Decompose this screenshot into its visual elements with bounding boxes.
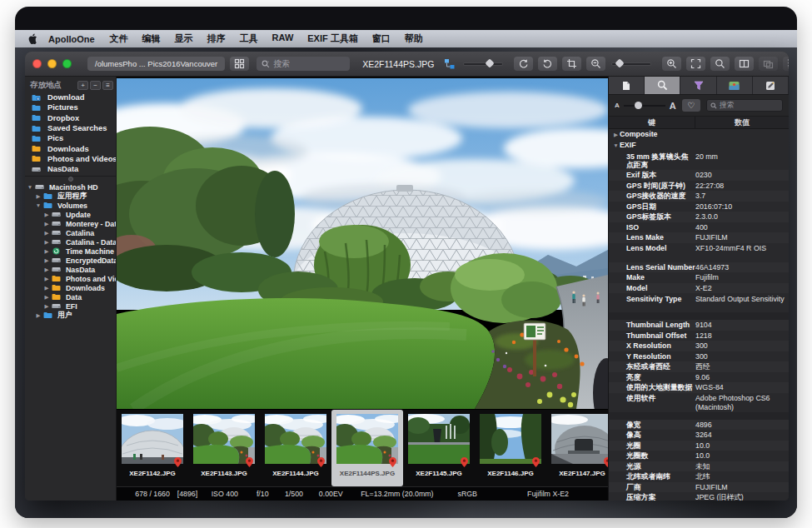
metadata-section-exif[interactable]: ▼EXIF — [609, 140, 789, 151]
metadata-row[interactable]: Thumbnail Offset1218 — [609, 331, 789, 341]
selection-button[interactable] — [783, 57, 789, 71]
disclosure-closed-icon[interactable]: ▶ — [43, 276, 50, 282]
metadata-row[interactable]: GPS标签版本2.3.0.0 — [609, 212, 789, 222]
tab-info[interactable] — [609, 77, 645, 94]
zoom-slider[interactable] — [612, 63, 650, 65]
key-column-header[interactable]: 键 — [609, 117, 695, 128]
metadata-row[interactable]: ModelX-E2 — [609, 283, 789, 294]
tree-item-efi[interactable]: ▶EFI — [25, 301, 116, 311]
tree-item-monterey-data[interactable]: ▶Monterey - Data — [25, 219, 116, 228]
tree-item-catalina-data[interactable]: ▶Catalina - Data — [25, 237, 116, 247]
disclosure-closed-icon[interactable]: ▶ — [43, 239, 50, 246]
favorite-item-pictures[interactable]: Pictures — [25, 102, 116, 112]
tree-item-time-machine-m[interactable]: ▶Time Machine M — [25, 247, 116, 256]
disclosure-closed-icon[interactable]: ▶ — [43, 221, 50, 227]
favorite-item-nasdata[interactable]: NasData — [25, 164, 116, 174]
metadata-row[interactable]: 光圈10.0 — [609, 441, 789, 451]
disclosure-closed-icon[interactable]: ▶ — [43, 285, 50, 291]
tree-item-downloads[interactable]: ▶Downloads — [25, 283, 116, 292]
metadata-row[interactable]: Lens ModelXF10-24mmF4 R OIS — [609, 243, 789, 262]
disclosure-closed-icon[interactable]: ▶ — [43, 230, 50, 237]
tree-item-catalina[interactable]: ▶Catalina — [25, 228, 116, 237]
metadata-row[interactable]: Sensitivity TypeStandard Output Sensitiv… — [609, 293, 789, 312]
thumbnail-size-slider[interactable] — [464, 63, 502, 65]
metadata-row[interactable]: 使用软件Adobe Photoshop CS6 (Macintosh) — [609, 393, 789, 412]
disclosure-open-icon[interactable]: ▼ — [27, 184, 33, 190]
metadata-row[interactable]: Lens Serial Number46A14973 — [609, 262, 789, 273]
tab-filter[interactable] — [680, 77, 716, 94]
sidebar-remove-button[interactable]: − — [90, 81, 101, 90]
disclosure-closed-icon[interactable]: ▶ — [43, 257, 50, 264]
favorite-item-download[interactable]: Download — [25, 92, 116, 102]
metadata-row[interactable]: 光源未知 — [609, 461, 789, 472]
filmstrip-thumbnail[interactable]: XE2F1147.JPG — [546, 410, 608, 486]
tree-item-macintosh-hd[interactable]: ▼Macintosh HD — [25, 182, 116, 192]
tree-item-应用程序[interactable]: ▶应用程序 — [25, 192, 116, 201]
favorite-item-dropbox[interactable]: Dropbox — [25, 113, 116, 123]
disclosure-closed-icon[interactable]: ▶ — [43, 294, 50, 301]
filmstrip-thumbnail[interactable]: XE2F1146.JPG — [475, 410, 546, 486]
metadata-row[interactable]: X Resolution300 — [609, 341, 789, 351]
disclosure-closed-icon[interactable]: ▶ — [612, 129, 620, 140]
filmstrip-thumbnail[interactable]: XE2F1144.JPG — [260, 410, 331, 486]
metadata-row[interactable]: Exif 版本0230 — [609, 170, 789, 181]
disclosure-closed-icon[interactable]: ▶ — [43, 248, 50, 255]
filmstrip-thumbnail[interactable]: XE2F1142.JPG — [117, 410, 188, 486]
apple-menu-icon[interactable] — [28, 33, 37, 44]
toolbar-search-field[interactable]: 搜索 — [257, 57, 350, 71]
menu-item-4[interactable]: 排序 — [207, 32, 226, 45]
rotate-left-button[interactable] — [514, 57, 533, 71]
tree-item-用户[interactable]: ▶用户 — [25, 311, 116, 320]
metadata-row[interactable]: 35 mm 换算镜头焦点距离20 mm — [609, 151, 789, 170]
metadata-row[interactable]: 东经或者西经西经 — [609, 361, 789, 372]
metadata-row[interactable]: Y Resolution300 — [609, 351, 789, 362]
minimize-window-button[interactable] — [47, 59, 57, 68]
menu-item-2[interactable]: 编辑 — [142, 32, 161, 45]
metadata-row[interactable]: Thumbnail Length9104 — [609, 320, 789, 331]
rotate-right-button[interactable] — [538, 57, 557, 71]
tree-item-volumes[interactable]: ▼Volumes — [25, 201, 116, 210]
disclosure-closed-icon[interactable]: ▶ — [35, 193, 42, 200]
metadata-row[interactable]: ISO400 — [609, 222, 789, 233]
metadata-row[interactable]: 亮度9.06 — [609, 372, 789, 383]
menu-item-5[interactable]: 工具 — [240, 32, 258, 45]
inspector-search-field[interactable]: 搜索 — [706, 99, 783, 112]
disclosure-closed-icon[interactable]: ▶ — [43, 303, 50, 310]
value-column-header[interactable]: 数值 — [695, 117, 789, 128]
photo-viewer[interactable] — [117, 77, 608, 409]
folder-path-button[interactable]: /olumesPho ... Pics2016Vancouver — [87, 57, 225, 71]
metadata-row[interactable]: GPS接收器的速度3.7 — [609, 191, 789, 202]
zoom-out-button[interactable] — [586, 57, 605, 71]
tab-map[interactable] — [717, 77, 753, 94]
tab-edit[interactable] — [753, 77, 789, 94]
metadata-row[interactable]: 使用的大地测量数据WGS-84 — [609, 382, 789, 393]
filmstrip-thumbnail-selected[interactable]: XE2F1144PS.JPG — [331, 410, 403, 486]
disclosure-closed-icon[interactable]: ▶ — [43, 212, 50, 218]
compare-button[interactable] — [759, 57, 778, 71]
tree-item-photos-and-vide[interactable]: ▶Photos and Vide — [25, 274, 116, 283]
browser-tree-icon[interactable] — [444, 58, 456, 70]
metadata-row[interactable]: 像宽4896 — [609, 420, 789, 431]
menu-item-6[interactable]: RAW — [272, 32, 294, 45]
actual-size-button[interactable] — [710, 57, 730, 71]
disclosure-closed-icon[interactable]: ▶ — [35, 312, 42, 319]
filmstrip-thumbnail[interactable]: XE2F1143.JPG — [188, 410, 260, 486]
menu-item-8[interactable]: 窗口 — [372, 32, 391, 45]
sidebar-menu-button[interactable]: ≡ — [102, 81, 113, 90]
menu-app-name[interactable]: ApolloOne — [48, 34, 95, 44]
metadata-row[interactable]: 压缩方案JPEG (旧样式) — [609, 492, 789, 501]
font-size-slider[interactable] — [624, 105, 665, 107]
sidebar-splitter[interactable] — [25, 176, 116, 181]
metadata-row[interactable]: 北纬或者南纬北纬 — [609, 471, 789, 482]
split-view-button[interactable] — [735, 57, 754, 71]
disclosure-open-icon[interactable]: ▼ — [35, 202, 42, 208]
menu-item-3[interactable]: 显示 — [175, 32, 193, 45]
menu-item-7[interactable]: EXIF 工具箱 — [307, 32, 358, 45]
metadata-row[interactable]: MakeFujifilm — [609, 272, 789, 283]
zoom-in-button[interactable] — [662, 57, 681, 71]
zoom-slider-thumb[interactable] — [615, 58, 624, 67]
thumbnail-size-slider-thumb[interactable] — [485, 58, 494, 67]
grid-view-button[interactable] — [230, 57, 249, 71]
tree-item-update[interactable]: ▶Update — [25, 210, 116, 219]
metadata-row[interactable]: GPS 时间(原子钟)22:27:08 — [609, 181, 789, 192]
